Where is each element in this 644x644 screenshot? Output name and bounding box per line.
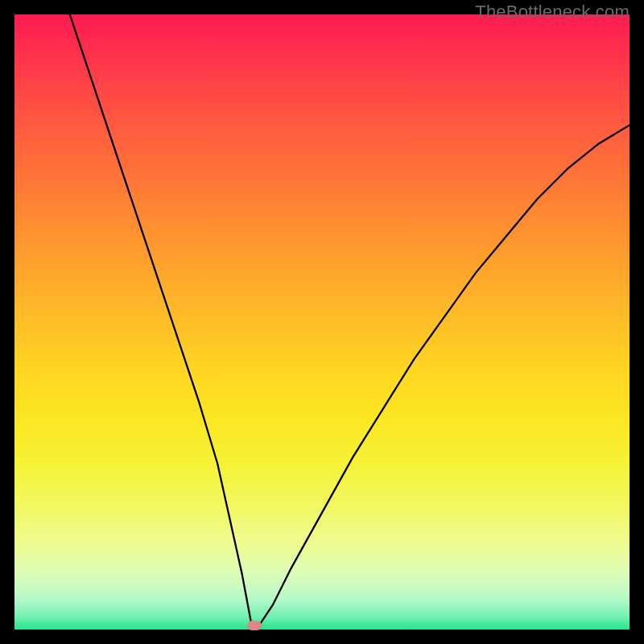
minimum-marker	[247, 621, 262, 630]
watermark-label: TheBottleneck.com	[475, 2, 630, 23]
bottleneck-curve	[14, 14, 630, 630]
